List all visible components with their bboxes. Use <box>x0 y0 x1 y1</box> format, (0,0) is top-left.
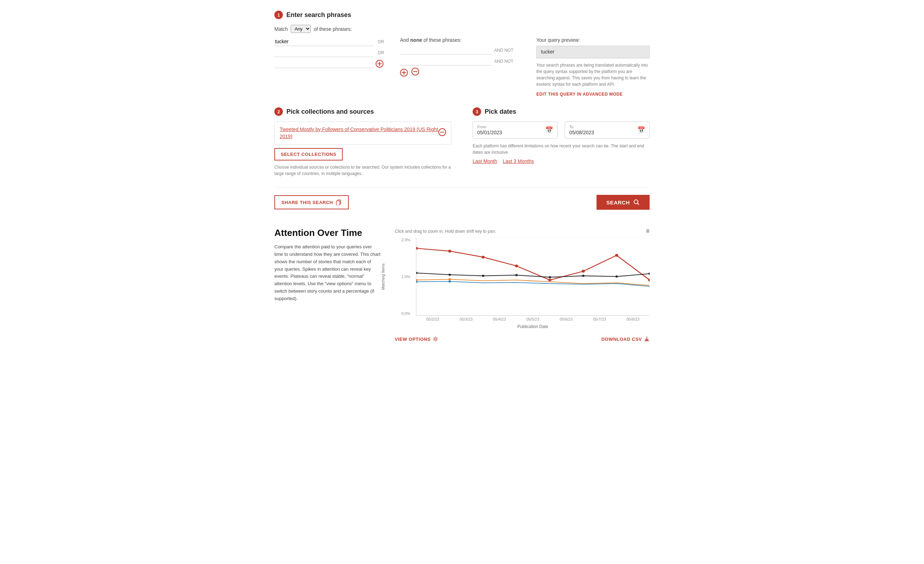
last-3-months-link[interactable]: Last 3 Months <box>503 158 534 164</box>
remove-collection-button[interactable] <box>438 128 446 138</box>
from-date-inner: From 05/01/2023 <box>477 125 502 135</box>
svg-point-26 <box>482 275 484 277</box>
to-calendar-icon[interactable]: 📅 <box>637 126 645 134</box>
step2-badge: 2 <box>274 107 283 116</box>
chart-container[interactable] <box>416 238 650 316</box>
y-labels: 2.0% 1.0% 0.0% <box>395 238 413 316</box>
search-button[interactable]: SEARCH <box>597 195 650 210</box>
share-search-button[interactable]: SHARE THIS SEARCH <box>274 195 349 209</box>
match-phrases-area: OR OR <box>274 37 393 70</box>
add-phrase-button[interactable] <box>376 60 383 68</box>
to-date-field[interactable]: To 05/08/2023 📅 <box>565 122 650 138</box>
or-label-2: OR <box>378 50 384 55</box>
x-label-5: 05/6/23 <box>560 317 573 321</box>
svg-point-22 <box>615 254 618 257</box>
query-preview-box: tucker <box>536 46 650 59</box>
x-label-3: 05/4/23 <box>493 317 506 321</box>
chart-x-labels: 05/2/23 05/3/23 05/4/23 05/5/23 05/6/23 … <box>395 316 650 323</box>
edit-advanced-link[interactable]: EDIT THIS QUERY IN ADVANCED MODE <box>536 92 623 97</box>
y-axis-label: Matching Items <box>381 263 385 290</box>
x-label-4: 05/5/23 <box>526 317 540 321</box>
chart-hint-text: Click and drag to zoom in. Hold down shi… <box>395 229 496 234</box>
svg-point-11 <box>634 200 638 204</box>
svg-point-35 <box>448 281 451 283</box>
chart-wrapper: Matching Items <box>395 238 650 316</box>
step3-header: 3 Pick dates <box>472 107 650 116</box>
y-label-bottom: 0.0% <box>402 311 410 316</box>
svg-point-27 <box>516 274 518 276</box>
download-icon <box>644 336 650 342</box>
not-phrase-input-1[interactable] <box>400 46 492 54</box>
svg-point-16 <box>416 247 418 250</box>
svg-line-12 <box>638 203 639 205</box>
step3-section: 3 Pick dates From 05/01/2023 📅 To 05/08/… <box>472 107 650 177</box>
x-label-2: 05/3/23 <box>459 317 472 321</box>
query-preview-col: Your query preview: tucker Your search p… <box>536 37 650 97</box>
svg-rect-10 <box>336 201 340 205</box>
y-label-top: 2.0% <box>402 238 410 242</box>
phrase-row-1: OR <box>274 37 393 46</box>
svg-point-36 <box>434 338 436 340</box>
x-label-6: 05/7/23 <box>593 317 606 321</box>
match-select[interactable]: Any All <box>291 25 311 33</box>
x-label-1: 05/2/23 <box>426 317 440 321</box>
chart-title: Attention Over Time <box>274 227 381 238</box>
phrase-input-1[interactable] <box>274 37 374 46</box>
phrases-main-row: OR OR <box>274 37 650 97</box>
svg-point-33 <box>448 278 451 281</box>
collection-item: Tweeted Mostly by Followers of Conservat… <box>274 122 452 144</box>
add-not-phrase-button[interactable] <box>400 68 408 77</box>
not-phrase-row-2: AND NOT <box>400 57 519 66</box>
phrase-input-3[interactable] <box>274 59 374 68</box>
chart-svg <box>416 238 650 315</box>
action-bar: SHARE THIS SEARCH SEARCH <box>274 187 650 217</box>
match-label: Match <box>274 26 288 32</box>
from-calendar-icon[interactable]: 📅 <box>545 126 553 134</box>
view-options-button[interactable]: VIEW OPTIONS <box>395 336 438 342</box>
step1-badge: 1 <box>274 11 283 19</box>
gear-icon <box>433 336 438 342</box>
share-icon <box>336 200 342 205</box>
search-icon <box>633 199 640 206</box>
remove-not-phrase-button[interactable] <box>411 68 419 77</box>
search-label: SEARCH <box>606 200 630 206</box>
svg-point-20 <box>548 279 552 282</box>
download-csv-button[interactable]: DOWNLOAD CSV <box>602 336 650 342</box>
select-collections-button[interactable]: SELECT COLLECTIONS <box>274 148 343 161</box>
phrase-input-2[interactable] <box>274 48 374 57</box>
collection-link[interactable]: Tweeted Mostly by Followers of Conservat… <box>280 126 438 140</box>
from-label: From <box>477 125 502 129</box>
query-preview-label: Your query preview: <box>536 37 650 43</box>
plus-circle-icon <box>376 60 383 68</box>
step3-title: Pick dates <box>484 108 516 116</box>
match-row: Match Any All of these phrases: <box>274 25 650 33</box>
svg-point-25 <box>448 274 451 276</box>
phrase-row-2: OR <box>274 48 393 57</box>
step1-title: Enter search phrases <box>286 11 351 19</box>
chart-section: Attention Over Time Compare the attentio… <box>274 227 650 342</box>
to-label: To <box>569 125 594 129</box>
svg-point-30 <box>615 276 618 278</box>
step1-section: 1 Enter search phrases Match Any All of … <box>274 11 650 97</box>
from-date-field[interactable]: From 05/01/2023 📅 <box>472 122 558 138</box>
chart-description-text: Compare the attention paid to your queri… <box>274 244 381 302</box>
x-label-7: 05/8/23 <box>626 317 639 321</box>
last-month-link[interactable]: Last Month <box>472 158 497 164</box>
chart-menu-icon[interactable]: ≡ <box>646 227 650 235</box>
plus-circle-icon-2 <box>400 69 408 77</box>
not-phrase-input-2[interactable] <box>400 57 492 66</box>
date-note: Each platform has different limitations … <box>472 143 650 155</box>
svg-point-18 <box>482 256 484 259</box>
svg-point-24 <box>416 272 417 274</box>
and-not-label-1: AND NOT <box>494 48 513 53</box>
y-label-mid: 1.0% <box>402 275 410 279</box>
to-value: 05/08/2023 <box>569 130 594 135</box>
from-value: 05/01/2023 <box>477 130 502 135</box>
chart-area: Click and drag to zoom in. Hold down shi… <box>395 227 650 342</box>
step2-header: 2 Pick collections and sources <box>274 107 452 116</box>
query-preview-note: Your search phrases are being translated… <box>536 62 650 87</box>
svg-point-19 <box>515 265 518 268</box>
step3-badge: 3 <box>472 107 481 116</box>
chart-hint: Click and drag to zoom in. Hold down shi… <box>395 227 650 235</box>
and-not-label-2: AND NOT <box>494 59 513 64</box>
